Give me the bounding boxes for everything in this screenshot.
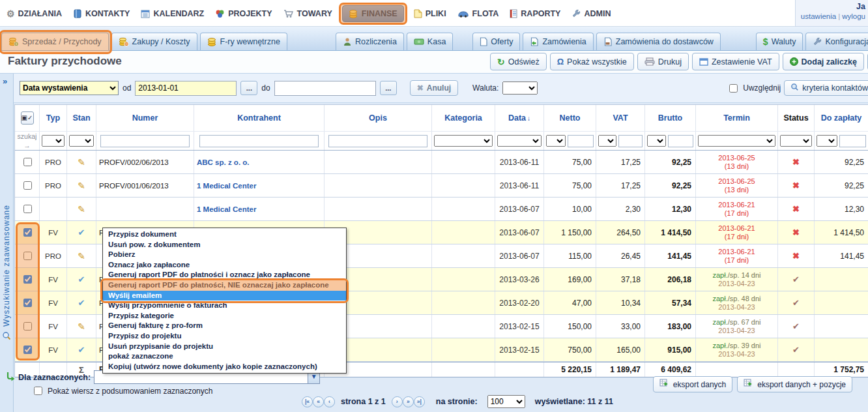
export-data-button[interactable]: eksport danych [653,376,732,392]
numer-filter-input[interactable] [100,135,190,147]
menu-item-pokaż-zaznaczone[interactable]: pokaż zaznaczone [103,351,346,362]
col-header-brutto[interactable]: Brutto [645,105,696,131]
fast-prev-page-button[interactable]: « [313,396,324,407]
tab-waluty[interactable]: $Waluty [756,33,803,50]
col-header-do-zaplaty[interactable]: Do zapłaty [815,105,868,131]
edit-pencil-icon[interactable]: ✎ [67,315,96,338]
dodaj-zaliczkę-button[interactable]: Dodaj zaliczkę [783,53,864,70]
stan-filter-select[interactable] [69,135,94,147]
menu-item-pobierz[interactable]: Pobierz [103,250,346,260]
settings-link[interactable]: ustawienia [801,12,836,20]
nav-item-kontakty[interactable]: KONTAKTY [72,7,132,21]
edit-pencil-icon[interactable]: ✎ [67,198,96,220]
cell-kontrahent[interactable]: ABC sp. z o. o. [194,151,325,173]
menu-item-oznacz-jako-zapłacone[interactable]: Oznacz jako zapłacone [103,260,346,271]
termin-filter-select[interactable] [698,135,775,147]
row-checkbox[interactable] [23,181,32,190]
tab-zamówienia[interactable]: Zamówienia [523,33,593,50]
nav-item-pliki[interactable]: PLIKI [412,7,448,21]
kontrahent-filter-input[interactable] [199,135,319,147]
cancel-filter-button[interactable]: ✖ Anuluj [410,80,458,96]
currency-select[interactable] [502,81,538,95]
menu-item-kopiuj-utwórz-nowe-dokumenty-jako-kopie-[interactable]: Kopiuj (utwórz nowe dokumenty jako kopie… [103,362,346,372]
row-checkbox[interactable] [23,228,32,237]
col-header-stan[interactable]: Stan [67,105,96,131]
table-row[interactable]: PRO ✎ PROFV/002/06/2013 ABC sp. z o. o. … [15,151,868,174]
do-zaplaty-op-select[interactable] [817,135,837,147]
advanced-search-panel[interactable]: » Wyszukiwanie zaawansowane [0,74,14,412]
nav-item-finanse[interactable]: FINANSE [342,5,404,22]
col-header-status[interactable]: Status [778,105,815,131]
tab-zamówienia-do-dostawców[interactable]: Zamówienia do dostawców [596,33,721,50]
pokaż-wszystkie-button[interactable]: ΩPokaż wszystkie [550,53,634,70]
brutto-op-select[interactable] [647,135,666,147]
last-page-button[interactable]: »| [414,396,425,407]
date-from-input[interactable] [135,81,237,96]
expand-chevron-icon[interactable]: » [3,76,7,86]
tab-kasa[interactable]: Kasa [407,33,454,50]
col-header-netto[interactable]: Netto [544,105,596,131]
nav-item-flota[interactable]: FLOTA [456,7,500,21]
row-checkbox[interactable] [23,275,32,284]
col-header-kontrahent[interactable]: Kontrahent [194,105,325,131]
cell-kontrahent[interactable]: 1 Medical Center [194,174,325,197]
edit-pencil-icon[interactable]: ✎ [67,174,96,197]
menu-item-przypisz-do-projektu[interactable]: Przypisz do projektu [103,331,346,342]
export-data-positions-button[interactable]: eksport danych + pozycje [737,376,852,392]
tab-zakupy-koszty[interactable]: Zakupy / Koszty [111,33,197,50]
date-to-picker-button[interactable]: ... [380,81,397,95]
row-checkbox[interactable] [23,158,32,166]
date-to-input[interactable] [274,81,376,96]
sent-check-icon[interactable]: ✔ [67,291,96,314]
fast-next-page-button[interactable]: » [403,396,414,407]
date-from-picker-button[interactable]: ... [240,81,257,95]
nav-item-raporty[interactable]: RAPORTY [508,7,562,21]
menu-item-wyślij-emailem[interactable]: Wyślij emailem [103,291,346,301]
menu-item-przypisz-kategorie[interactable]: Przypisz kategorie [103,311,346,321]
col-header-typ[interactable]: Typ [40,105,67,131]
cell-kontrahent[interactable]: 1 Medical Center [194,198,325,220]
filter-field-select[interactable]: Data wystawienia [20,81,119,95]
logout-link[interactable]: wylogu [842,12,865,20]
menu-item-przypisz-dokument[interactable]: Przypisz dokument [103,229,346,240]
netto-op-select[interactable] [546,135,566,147]
vat-filter-input[interactable] [618,135,643,147]
col-header-termin[interactable]: Termin [696,105,778,131]
edit-pencil-icon[interactable]: ✎ [67,151,96,173]
table-row[interactable]: PRO ✎ PROFV/001/06/2013 1 Medical Center… [15,174,868,198]
menu-item-usuń-pow-z-dokumentem[interactable]: Usuń pow. z dokumentem [103,240,346,250]
menu-item-wyślij-przypomnienie-o-fakturach[interactable]: Wyślij przypomnienie o fakturach [103,301,346,311]
col-header-data[interactable]: Data↓ [495,105,544,131]
page-size-select[interactable]: 100 [487,395,525,408]
nav-item-działania[interactable]: ⚙DZIAŁANIA [5,6,63,22]
tab-f-ry-wewnętrzne[interactable]: F-ry wewnętrzne [200,33,287,50]
tab-sprzedaż-przychody[interactable]: Sprzedaż / Przychody [1,33,109,50]
sent-check-icon[interactable]: ✔ [67,338,96,361]
vat-op-select[interactable] [598,135,616,147]
col-header-opis[interactable]: Opis [325,105,432,131]
sent-check-icon[interactable]: ✔ [67,268,96,291]
sent-check-icon[interactable]: ✔ [67,221,96,244]
zestawienie-vat-button[interactable]: Zestawienie VAT [692,53,779,70]
brutto-filter-input[interactable] [668,135,693,147]
edit-pencil-icon[interactable]: ✎ [67,244,96,267]
typ-filter-select[interactable] [42,135,65,147]
table-row[interactable]: ✎ 1 Medical Center 2013-06-07 10,00 2,30… [15,198,868,221]
tab-konfiguracja[interactable]: Konfiguracja [805,33,868,50]
odśwież-button[interactable]: ↻Odśwież [490,53,547,70]
next-page-button[interactable]: › [392,396,403,407]
include-checkbox[interactable] [729,84,738,93]
do-zaplaty-filter-input[interactable] [839,135,866,147]
status-filter-select[interactable] [780,135,812,147]
row-checkbox[interactable] [23,322,32,331]
row-checkbox[interactable] [23,346,32,354]
data-filter-select[interactable] [497,135,542,147]
drukuj-button[interactable]: Drukuj [637,53,689,70]
col-header-numer[interactable]: Numer [96,105,194,131]
menu-item-generuj-raport-pdf-do-płatności-nie-ozna[interactable]: Generuj raport PDF do płatności, NIE ozn… [103,280,346,291]
menu-item-usuń-przypisanie-do-projektu[interactable]: Usuń przypisanie do projektu [103,342,346,352]
menu-item-generuj-fakturę-z-pro-form[interactable]: Generuj fakturę z pro-form [103,321,346,331]
tab-oferty[interactable]: Oferty [472,33,520,50]
prev-page-button[interactable]: ‹ [324,396,335,407]
netto-filter-input[interactable] [568,135,594,147]
